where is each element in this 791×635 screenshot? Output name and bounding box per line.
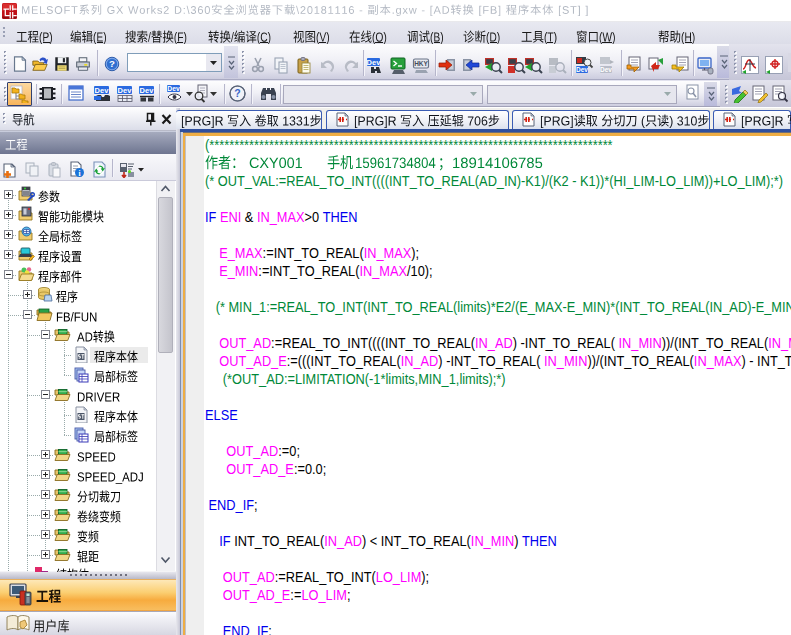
svg-text:?: ? bbox=[109, 58, 115, 69]
svg-text:i: i bbox=[78, 169, 80, 178]
svg-text:Dev: Dev bbox=[167, 85, 180, 92]
svg-text:Dev: Dev bbox=[140, 86, 155, 95]
svg-text:Dev: Dev bbox=[118, 86, 133, 95]
svg-text:Dev: Dev bbox=[95, 86, 110, 95]
